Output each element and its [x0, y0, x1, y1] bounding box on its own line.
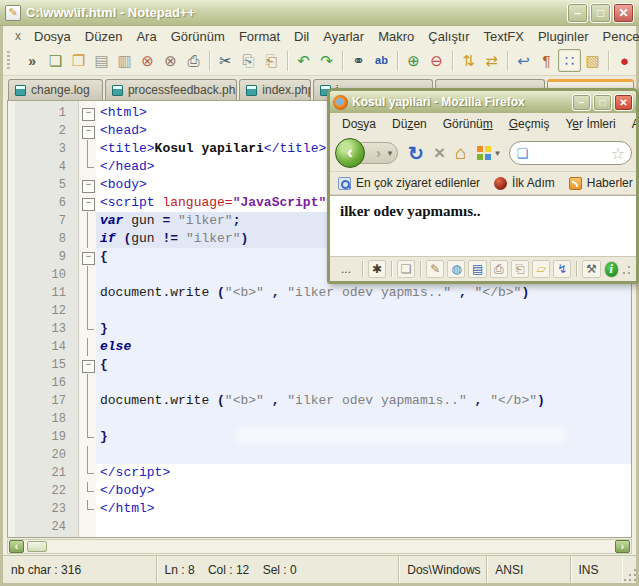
npp-menu-ara[interactable]: Ara: [129, 27, 163, 46]
save-all-icon[interactable]: ▥: [113, 49, 136, 72]
history-dropdown-icon[interactable]: ▼: [386, 149, 394, 158]
edit-pencil-icon[interactable]: ✎: [426, 260, 444, 278]
print-icon[interactable]: ⎙: [490, 260, 508, 278]
new-file-icon[interactable]: ❏: [44, 49, 67, 72]
firefox-close-button[interactable]: ✕: [614, 94, 633, 111]
status-eol-format[interactable]: Dos\Windows: [399, 556, 487, 583]
back-button[interactable]: ‹: [335, 138, 365, 168]
tab-change-log[interactable]: change.log: [8, 79, 103, 100]
maximize-button[interactable]: □: [590, 3, 611, 23]
indent-guide-icon[interactable]: ∷: [558, 49, 581, 72]
reload-button[interactable]: ↻: [408, 142, 424, 165]
function-list-icon[interactable]: ▧: [581, 49, 604, 72]
resize-grip[interactable]: [622, 569, 636, 583]
horizontal-scrollbar[interactable]: ‹ ›: [7, 539, 632, 554]
cut-icon[interactable]: ✂: [214, 49, 237, 72]
zoom-in-icon[interactable]: ⊕: [402, 49, 425, 72]
fold-marker-box[interactable]: [79, 356, 96, 374]
paste-icon[interactable]: ⎗: [260, 49, 283, 72]
fold-marker-box[interactable]: [79, 248, 96, 266]
npp-menu-textfx[interactable]: TextFX: [476, 27, 530, 46]
firefox-menu-yer-i-mleri[interactable]: Yer İmleri: [557, 115, 623, 133]
firefox-menu-d-zen[interactable]: Düzen: [384, 115, 435, 133]
npp-menu-g-r-n-m[interactable]: Görünüm: [164, 27, 232, 46]
zoom-out-icon[interactable]: ⊖: [425, 49, 448, 72]
address-bar[interactable]: ❏ ☆: [509, 141, 632, 165]
npp-menu-dosya[interactable]: Dosya: [27, 27, 78, 46]
word-wrap-icon[interactable]: ↩: [512, 49, 535, 72]
code-segment-punc: }: [100, 429, 108, 444]
replace-icon[interactable]: ab: [370, 49, 393, 72]
bookmark-star-icon[interactable]: ☆: [611, 144, 625, 163]
tools-icon[interactable]: ⚒: [582, 260, 600, 278]
fold-marker-box[interactable]: [79, 194, 96, 212]
extension-grid-icon[interactable]: [477, 146, 491, 160]
sync-vertical-scroll-icon[interactable]: ⇅: [457, 49, 480, 72]
firefox-resize-grip[interactable]: [622, 263, 631, 275]
npp-menu-ayarlar[interactable]: Ayarlar: [316, 27, 371, 46]
firefox-menu-dosya[interactable]: Dosya: [334, 115, 384, 133]
most-visited-icon: [338, 177, 351, 190]
firefox-menu-ara-lar[interactable]: Araçlar: [624, 115, 636, 133]
fold-marker-box[interactable]: [79, 104, 96, 122]
bug-extension-icon[interactable]: ✱: [368, 260, 386, 278]
tab-processfeedback-php[interactable]: processfeedback.php: [105, 79, 237, 100]
globe-icon[interactable]: ◍: [447, 260, 465, 278]
print-icon[interactable]: ⎙: [182, 49, 205, 72]
toolbar-separator: [608, 51, 609, 71]
npp-menu-al-t-r[interactable]: Çalıştır: [421, 27, 476, 46]
status-typing-mode[interactable]: INS: [571, 556, 623, 583]
save-disk-icon[interactable]: ▤: [468, 260, 486, 278]
status-ellipsis-button[interactable]: ...: [335, 262, 357, 276]
npp-menu-d-zen[interactable]: Düzen: [78, 27, 130, 46]
scroll-right-arrow[interactable]: ›: [615, 540, 630, 553]
clipboard-icon[interactable]: ⎗: [511, 260, 529, 278]
firefox-menu-g-r-n-m[interactable]: Görünüm: [435, 115, 501, 133]
forward-button[interactable]: ›: [376, 144, 381, 161]
bookmark-most-visited[interactable]: En çok ziyaret edilenler: [338, 176, 480, 190]
bookmark-haberler[interactable]: Haberler: [569, 176, 633, 190]
tab-index-php[interactable]: index.php: [239, 79, 310, 100]
code-segment-tag: <html>: [100, 105, 147, 120]
npp-menu-pluginler[interactable]: Pluginler: [531, 27, 596, 46]
fold-margin[interactable]: [79, 101, 96, 537]
sync-horizontal-scroll-icon[interactable]: ⇄: [480, 49, 503, 72]
firefox-maximize-button[interactable]: □: [593, 94, 612, 111]
redo-icon[interactable]: ↷: [315, 49, 338, 72]
toolbar-overflow-chevron[interactable]: »: [20, 53, 44, 69]
info-icon[interactable]: i: [604, 261, 619, 278]
lightning-icon[interactable]: ↯: [553, 260, 571, 278]
close-all-icon[interactable]: ⊗: [159, 49, 182, 72]
record-macro-icon[interactable]: ●: [613, 49, 636, 72]
home-button[interactable]: ⌂: [455, 142, 466, 164]
npp-menu-pencere[interactable]: Pencere: [596, 27, 639, 46]
status-encoding[interactable]: ANSI: [487, 556, 570, 583]
scroll-left-arrow[interactable]: ‹: [9, 540, 24, 553]
minimize-button[interactable]: –: [567, 3, 588, 23]
firefox-titlebar[interactable]: Kosul yapilari - Mozilla Firefox – □ ✕: [330, 91, 636, 113]
save-file-icon[interactable]: ▤: [90, 49, 113, 72]
open-file-icon[interactable]: ❐: [67, 49, 90, 72]
notepadpp-titlebar[interactable]: ✎ C:\www\if.html - Notepad++ – □ ✕: [0, 0, 639, 26]
fold-marker-box[interactable]: [79, 176, 96, 194]
undo-icon[interactable]: ↶: [292, 49, 315, 72]
fold-marker-box[interactable]: [79, 122, 96, 140]
copy-icon[interactable]: ⎘: [237, 49, 260, 72]
note-icon[interactable]: ▱: [532, 260, 550, 278]
fold-marker-end: [79, 428, 96, 446]
firefox-menu-ge-mi[interactable]: Geçmiş: [501, 115, 558, 133]
close-document-button[interactable]: x: [9, 29, 27, 43]
bookmark-ilk-adim[interactable]: İlk Adım: [494, 176, 555, 190]
find-icon[interactable]: ⚭: [347, 49, 370, 72]
stop-button[interactable]: ×: [434, 142, 445, 164]
close-button[interactable]: ✕: [613, 3, 634, 23]
new-page-icon[interactable]: ❏: [397, 260, 415, 278]
scrollbar-thumb[interactable]: [27, 541, 47, 552]
npp-menu-makro[interactable]: Makro: [371, 27, 421, 46]
close-file-icon[interactable]: ⊗: [136, 49, 159, 72]
grid-dropdown-icon[interactable]: ▼: [494, 149, 502, 158]
npp-menu-format[interactable]: Format: [232, 27, 287, 46]
firefox-minimize-button[interactable]: –: [572, 94, 591, 111]
npp-menu-dil[interactable]: Dil: [287, 27, 316, 46]
show-all-characters-icon[interactable]: ¶: [535, 49, 558, 72]
